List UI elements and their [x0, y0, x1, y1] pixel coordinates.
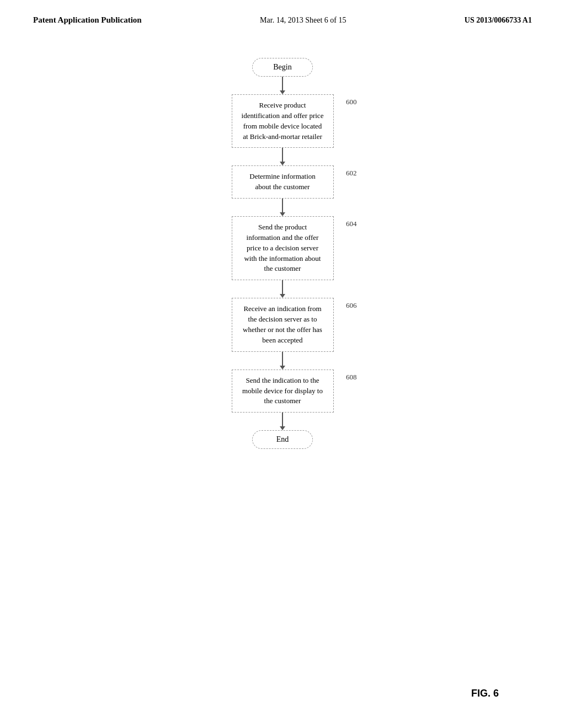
arrow-head-2	[280, 162, 285, 165]
step-602-label: 602	[346, 169, 357, 178]
arrow-1	[280, 77, 285, 94]
step-608-wrapper: Send the indication to the mobile device…	[232, 370, 334, 413]
step-600-box: Receive product identification and offer…	[232, 94, 334, 148]
arrow-line-6	[282, 413, 283, 426]
arrow-line-3	[282, 199, 283, 212]
step-600-text: Receive product identification and offer…	[242, 101, 324, 141]
arrow-2	[280, 148, 285, 165]
arrow-line-1	[282, 77, 283, 90]
step-600-label: 600	[346, 98, 357, 106]
begin-terminal: Begin	[252, 58, 313, 77]
arrow-line-4	[282, 280, 283, 294]
arrow-head-6	[280, 426, 285, 430]
arrow-3	[280, 199, 285, 216]
publication-number: US 2013/0066733 A1	[465, 16, 532, 25]
arrow-6	[280, 413, 285, 430]
step-608-box: Send the indication to the mobile device…	[232, 370, 334, 413]
begin-label: Begin	[273, 63, 291, 71]
end-terminal-wrapper: End	[252, 430, 313, 449]
step-604-label: 604	[346, 220, 357, 228]
end-terminal: End	[252, 430, 313, 449]
end-label: End	[276, 435, 289, 443]
flowchart-diagram: Begin Receive product identification and…	[0, 58, 565, 449]
step-606-box: Receive an indication from the decision …	[232, 298, 334, 351]
page-header: Patent Application Publication Mar. 14, …	[0, 0, 565, 25]
step-608-text: Send the indication to the mobile device…	[242, 376, 323, 405]
arrow-head-3	[280, 212, 285, 216]
step-604-box: Send the product information and the off…	[232, 216, 334, 280]
step-602-wrapper: Determine information about the customer…	[232, 165, 334, 199]
step-606-label: 606	[346, 301, 357, 310]
arrow-head-4	[280, 294, 285, 298]
publication-title: Patent Application Publication	[33, 15, 142, 25]
step-604-wrapper: Send the product information and the off…	[232, 216, 334, 280]
step-602-box: Determine information about the customer	[232, 165, 334, 199]
step-600-wrapper: Receive product identification and offer…	[232, 94, 334, 148]
step-604-text: Send the product information and the off…	[244, 223, 321, 272]
step-602-text: Determine information about the customer	[249, 172, 316, 191]
arrow-line-5	[282, 352, 283, 366]
arrow-head-1	[280, 90, 285, 94]
figure-label: FIG. 6	[471, 688, 499, 699]
arrow-5	[280, 352, 285, 370]
arrow-4	[280, 280, 285, 298]
publication-date-sheet: Mar. 14, 2013 Sheet 6 of 15	[260, 16, 346, 25]
step-606-wrapper: Receive an indication from the decision …	[232, 298, 334, 351]
arrow-line-2	[282, 148, 283, 162]
begin-terminal-wrapper: Begin	[252, 58, 313, 77]
step-606-text: Receive an indication from the decision …	[243, 304, 322, 344]
arrow-head-5	[280, 366, 285, 370]
step-608-label: 608	[346, 373, 357, 382]
